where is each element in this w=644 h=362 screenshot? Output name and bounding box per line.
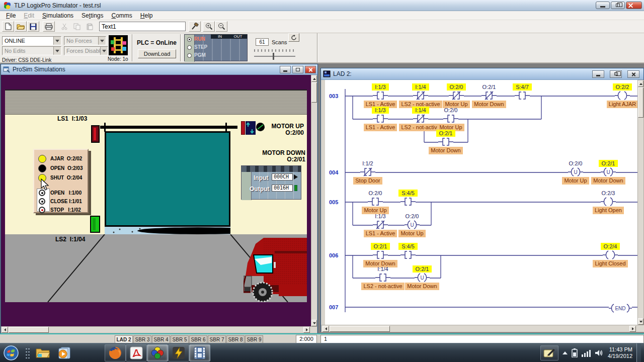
system-tray: 11:43 PM 4/19/2012 [540,343,644,362]
ladder-coil-O:2/4[interactable]: O:2/4Light Closed [586,243,634,267]
ladder-coil-O:2/2[interactable]: O:2/2Light AJAR [598,83,637,108]
lad-titlebar[interactable]: LAD 2: [321,68,643,80]
program-tab-lad-2[interactable]: LAD 2 [115,335,133,343]
forces-disabled-dropdown[interactable]: Forces Disabled [64,46,108,55]
taskbar-logixpro-button[interactable] [147,344,168,361]
paste-button [84,21,96,32]
program-tab-sbr-5[interactable]: SBR 5 [171,335,189,343]
program-tab-sbr-6[interactable]: SBR 6 [189,335,207,343]
speaker-icon[interactable] [595,349,604,357]
ladder-contact-S:4/5[interactable]: S:4/5 [384,243,432,260]
taskbar-adobe-button[interactable] [126,344,147,361]
start-button[interactable] [0,344,22,361]
menu-settings[interactable]: Settings [77,12,107,20]
svg-text:U: U [410,222,414,228]
toolbar [0,20,644,33]
menu-help[interactable]: Help [136,12,157,20]
taskbar-winamp-button[interactable] [168,344,189,361]
scan-time-box: 2:000 [296,335,317,343]
menu-file[interactable]: File [2,12,20,20]
scans-slider-handle[interactable] [273,53,274,60]
lad-minimize-button[interactable] [592,70,604,78]
door-rail-post-right [225,123,227,132]
lad-close-button[interactable] [627,70,639,78]
ladder-contact-O:2/1[interactable]: O:2/1Motor Down [422,130,470,154]
prosim-titlebar[interactable]: ProSim Simulations [1,64,317,75]
taskbar-mediaplayer-button[interactable] [53,344,74,361]
prosim-maximize-button[interactable] [292,66,303,73]
save-button[interactable] [27,21,39,32]
lad-hscrollbar[interactable] [321,325,644,332]
plc-status-panel: ONLINE No Forces No Edits Forces Disable… [0,33,644,63]
clock-time: 11:43 PM [608,346,632,353]
scans-tick-ruler [254,49,295,52]
pushbutton-label-2: STOP I:1/02 [50,207,81,213]
ls2-label: LS2 I:1/04 [55,236,85,243]
pushbutton-2[interactable] [39,207,45,213]
ls1-limit-switch[interactable] [91,125,100,143]
pushbutton-1[interactable] [39,198,45,205]
media-player-icon [57,346,71,359]
lad-restore-button[interactable] [610,70,622,78]
menu-simulations[interactable]: Simulations [38,12,77,20]
lad-vscrollbar[interactable] [637,80,644,325]
text-search-input[interactable] [99,22,186,31]
prosim-hscrollbar[interactable] [1,326,317,333]
status-cell: 1 [320,335,644,343]
taskbar-explorer-button[interactable] [32,344,53,361]
ladder-coil-O:2/1[interactable]: O:2/1UMotor Down [584,160,632,185]
taskbar-firefox-button[interactable] [105,344,126,361]
tray-expand-icon[interactable] [562,351,568,354]
tray-journal-button[interactable] [540,345,558,360]
prosim-close-button[interactable] [305,66,316,73]
zoom-out-button[interactable] [215,21,227,32]
rack-input-value: 000CH [272,173,293,180]
program-tab-sbr-7[interactable]: SBR 7 [208,335,226,343]
app-minimize-button[interactable] [596,2,610,9]
taskbar-media-button[interactable] [189,344,210,361]
ladder-contact-S:4/5[interactable]: S:4/5 [384,190,432,207]
program-tab-sbr-4[interactable]: SBR 4 [152,335,170,343]
refresh-button[interactable] [288,33,299,42]
ladder-contact-I:1/2[interactable]: I:1/2Stop Door [344,160,392,185]
edit-tools-button[interactable] [189,21,201,32]
program-tab-sbr-8[interactable]: SBR 8 [226,335,245,343]
ls2-limit-switch[interactable] [90,216,100,233]
open-file-button[interactable] [15,21,27,32]
pushbutton-label-0: OPEN I:1/00 [50,190,82,196]
ladder-coil-O:2/1[interactable]: O:2/1UMotor Down [398,265,446,290]
print-button[interactable] [43,21,55,32]
new-file-button[interactable] [2,21,14,32]
scans-slider-track[interactable] [254,56,295,57]
ladder-coil-END[interactable]: END [596,295,637,313]
program-tab-sbr-3[interactable]: SBR 3 [133,335,151,343]
garage-door[interactable] [105,131,230,227]
ladder-coil-O:2/3[interactable]: O:2/3Light Open [584,190,632,214]
pgm-mode-radio[interactable] [187,53,192,58]
ladder-contact-S:4/7[interactable]: S:4/7 [498,83,546,101]
battery-icon[interactable] [572,348,578,357]
prosim-minimize-button[interactable] [280,66,291,73]
indicator-light-0[interactable] [38,155,46,163]
forces-dropdown[interactable]: No Forces [64,36,106,45]
windows-start-icon [3,345,19,361]
step-mode-radio[interactable] [187,45,192,50]
indicator-light-1[interactable] [38,164,46,172]
taskbar-clock[interactable]: 11:43 PM 4/19/2012 [608,346,632,359]
program-tab-sbr-9[interactable]: SBR 9 [245,335,263,343]
taskbar: 11:43 PM 4/19/2012 [0,343,644,362]
ladder-coil-O:2/0[interactable]: O:2/0UMotor Up [388,213,436,237]
app-restore-button[interactable] [611,2,625,9]
app-close-button[interactable] [626,2,642,9]
ladder-contact-O:2/0[interactable]: O:2/0Motor Up [427,107,475,131]
online-dropdown[interactable]: ONLINE [2,36,61,45]
edits-dropdown[interactable]: No Edits [2,46,61,55]
menu-comms[interactable]: Comms [108,12,136,20]
network-signal-icon[interactable] [582,349,591,357]
rung-number-003: 003 [329,93,338,99]
zoom-in-button[interactable] [203,21,215,32]
download-button[interactable]: DownLoad [138,49,176,58]
show-desktop-button[interactable] [636,343,641,362]
prosim-vscrollbar[interactable] [311,75,317,326]
run-mode-radio[interactable] [187,37,192,42]
